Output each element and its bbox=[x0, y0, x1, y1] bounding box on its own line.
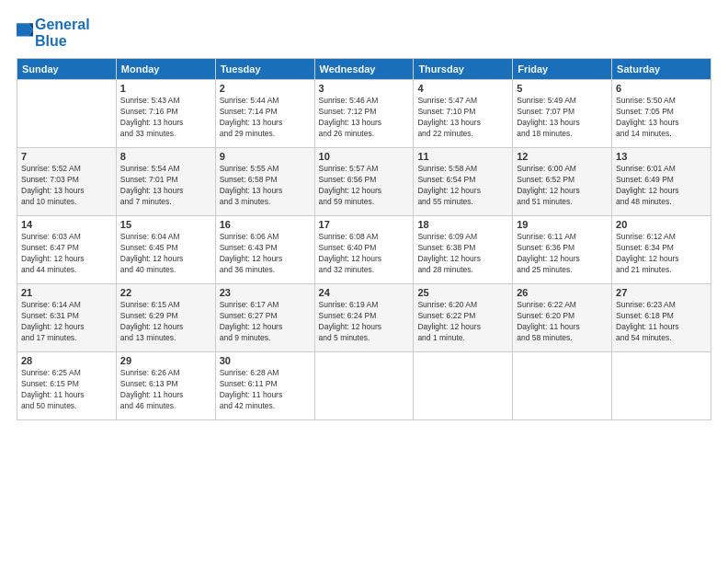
calendar-cell: 12Sunrise: 6:00 AM Sunset: 6:52 PM Dayli… bbox=[513, 148, 612, 216]
calendar-cell: 14Sunrise: 6:03 AM Sunset: 6:47 PM Dayli… bbox=[17, 216, 117, 284]
col-sunday: Sunday bbox=[17, 59, 117, 80]
day-info: Sunrise: 6:06 AM Sunset: 6:43 PM Dayligh… bbox=[220, 232, 311, 276]
day-number: 12 bbox=[517, 151, 608, 162]
calendar-cell: 13Sunrise: 6:01 AM Sunset: 6:49 PM Dayli… bbox=[612, 148, 711, 216]
logo-icon bbox=[17, 23, 33, 43]
col-tuesday: Tuesday bbox=[215, 59, 314, 80]
header: General Blue bbox=[17, 17, 711, 49]
calendar-week-2: 7Sunrise: 5:52 AM Sunset: 7:03 PM Daylig… bbox=[17, 148, 711, 216]
day-info: Sunrise: 6:25 AM Sunset: 6:15 PM Dayligh… bbox=[21, 368, 112, 412]
calendar-cell: 19Sunrise: 6:11 AM Sunset: 6:36 PM Dayli… bbox=[513, 216, 612, 284]
day-number: 21 bbox=[21, 287, 112, 298]
day-info: Sunrise: 6:23 AM Sunset: 6:18 PM Dayligh… bbox=[616, 300, 707, 344]
calendar-cell: 28Sunrise: 6:25 AM Sunset: 6:15 PM Dayli… bbox=[17, 352, 117, 420]
day-number: 29 bbox=[120, 355, 211, 366]
calendar-cell: 8Sunrise: 5:54 AM Sunset: 7:01 PM Daylig… bbox=[116, 148, 215, 216]
calendar-cell: 23Sunrise: 6:17 AM Sunset: 6:27 PM Dayli… bbox=[215, 284, 314, 352]
calendar-header-row: Sunday Monday Tuesday Wednesday Thursday… bbox=[17, 59, 711, 80]
day-number: 27 bbox=[616, 287, 707, 298]
calendar-cell: 30Sunrise: 6:28 AM Sunset: 6:11 PM Dayli… bbox=[215, 352, 314, 420]
calendar-cell: 9Sunrise: 5:55 AM Sunset: 6:58 PM Daylig… bbox=[215, 148, 314, 216]
day-info: Sunrise: 6:15 AM Sunset: 6:29 PM Dayligh… bbox=[120, 300, 211, 344]
day-number: 16 bbox=[220, 219, 311, 230]
calendar-cell: 26Sunrise: 6:22 AM Sunset: 6:20 PM Dayli… bbox=[513, 284, 612, 352]
calendar-cell bbox=[612, 352, 711, 420]
day-number: 19 bbox=[517, 219, 608, 230]
day-number: 26 bbox=[517, 287, 608, 298]
calendar-cell: 6Sunrise: 5:50 AM Sunset: 7:05 PM Daylig… bbox=[612, 80, 711, 148]
day-number: 23 bbox=[220, 287, 311, 298]
day-info: Sunrise: 6:28 AM Sunset: 6:11 PM Dayligh… bbox=[220, 368, 311, 412]
calendar-cell: 16Sunrise: 6:06 AM Sunset: 6:43 PM Dayli… bbox=[215, 216, 314, 284]
day-info: Sunrise: 6:19 AM Sunset: 6:24 PM Dayligh… bbox=[319, 300, 410, 344]
logo-text: General Blue bbox=[35, 17, 90, 49]
col-saturday: Saturday bbox=[612, 59, 711, 80]
day-number: 20 bbox=[616, 219, 707, 230]
calendar-cell: 11Sunrise: 5:58 AM Sunset: 6:54 PM Dayli… bbox=[414, 148, 513, 216]
day-info: Sunrise: 6:17 AM Sunset: 6:27 PM Dayligh… bbox=[220, 300, 311, 344]
calendar-cell: 7Sunrise: 5:52 AM Sunset: 7:03 PM Daylig… bbox=[17, 148, 117, 216]
calendar-cell bbox=[414, 352, 513, 420]
day-number: 18 bbox=[417, 219, 508, 230]
day-info: Sunrise: 5:55 AM Sunset: 6:58 PM Dayligh… bbox=[220, 164, 311, 208]
day-number: 10 bbox=[319, 151, 410, 162]
day-number: 4 bbox=[417, 83, 508, 94]
day-info: Sunrise: 6:22 AM Sunset: 6:20 PM Dayligh… bbox=[517, 300, 608, 344]
day-number: 28 bbox=[21, 355, 112, 366]
calendar-cell: 3Sunrise: 5:46 AM Sunset: 7:12 PM Daylig… bbox=[314, 80, 414, 148]
day-info: Sunrise: 5:54 AM Sunset: 7:01 PM Dayligh… bbox=[120, 164, 211, 208]
day-number: 30 bbox=[220, 355, 311, 366]
day-number: 17 bbox=[319, 219, 410, 230]
day-number: 13 bbox=[616, 151, 707, 162]
calendar-cell: 10Sunrise: 5:57 AM Sunset: 6:56 PM Dayli… bbox=[314, 148, 414, 216]
day-info: Sunrise: 6:09 AM Sunset: 6:38 PM Dayligh… bbox=[417, 232, 508, 276]
calendar-cell: 18Sunrise: 6:09 AM Sunset: 6:38 PM Dayli… bbox=[414, 216, 513, 284]
day-info: Sunrise: 6:26 AM Sunset: 6:13 PM Dayligh… bbox=[120, 368, 211, 412]
day-number: 15 bbox=[120, 219, 211, 230]
day-info: Sunrise: 6:11 AM Sunset: 6:36 PM Dayligh… bbox=[517, 232, 608, 276]
calendar-cell: 5Sunrise: 5:49 AM Sunset: 7:07 PM Daylig… bbox=[513, 80, 612, 148]
calendar-cell: 25Sunrise: 6:20 AM Sunset: 6:22 PM Dayli… bbox=[414, 284, 513, 352]
day-info: Sunrise: 5:57 AM Sunset: 6:56 PM Dayligh… bbox=[319, 164, 410, 208]
day-info: Sunrise: 6:03 AM Sunset: 6:47 PM Dayligh… bbox=[21, 232, 112, 276]
col-monday: Monday bbox=[116, 59, 215, 80]
calendar-cell bbox=[513, 352, 612, 420]
calendar-cell: 24Sunrise: 6:19 AM Sunset: 6:24 PM Dayli… bbox=[314, 284, 414, 352]
calendar-cell: 2Sunrise: 5:44 AM Sunset: 7:14 PM Daylig… bbox=[215, 80, 314, 148]
day-info: Sunrise: 5:58 AM Sunset: 6:54 PM Dayligh… bbox=[417, 164, 508, 208]
day-info: Sunrise: 6:08 AM Sunset: 6:40 PM Dayligh… bbox=[319, 232, 410, 276]
calendar-cell: 15Sunrise: 6:04 AM Sunset: 6:45 PM Dayli… bbox=[116, 216, 215, 284]
day-number: 22 bbox=[120, 287, 211, 298]
day-info: Sunrise: 5:50 AM Sunset: 7:05 PM Dayligh… bbox=[616, 96, 707, 140]
day-info: Sunrise: 6:20 AM Sunset: 6:22 PM Dayligh… bbox=[417, 300, 508, 344]
day-info: Sunrise: 5:44 AM Sunset: 7:14 PM Dayligh… bbox=[220, 96, 311, 140]
day-number: 14 bbox=[21, 219, 112, 230]
day-info: Sunrise: 6:01 AM Sunset: 6:49 PM Dayligh… bbox=[616, 164, 707, 208]
day-number: 8 bbox=[120, 151, 211, 162]
calendar-cell: 1Sunrise: 5:43 AM Sunset: 7:16 PM Daylig… bbox=[116, 80, 215, 148]
day-number: 9 bbox=[220, 151, 311, 162]
day-number: 5 bbox=[517, 83, 608, 94]
day-info: Sunrise: 5:46 AM Sunset: 7:12 PM Dayligh… bbox=[319, 96, 410, 140]
day-number: 6 bbox=[616, 83, 707, 94]
day-info: Sunrise: 5:52 AM Sunset: 7:03 PM Dayligh… bbox=[21, 164, 112, 208]
calendar-cell bbox=[17, 80, 117, 148]
day-number: 3 bbox=[319, 83, 410, 94]
calendar-week-3: 14Sunrise: 6:03 AM Sunset: 6:47 PM Dayli… bbox=[17, 216, 711, 284]
col-thursday: Thursday bbox=[414, 59, 513, 80]
day-number: 11 bbox=[417, 151, 508, 162]
calendar-cell: 20Sunrise: 6:12 AM Sunset: 6:34 PM Dayli… bbox=[612, 216, 711, 284]
calendar-cell: 22Sunrise: 6:15 AM Sunset: 6:29 PM Dayli… bbox=[116, 284, 215, 352]
day-info: Sunrise: 6:12 AM Sunset: 6:34 PM Dayligh… bbox=[616, 232, 707, 276]
day-info: Sunrise: 5:43 AM Sunset: 7:16 PM Dayligh… bbox=[120, 96, 211, 140]
logo: General Blue bbox=[17, 17, 90, 49]
day-number: 7 bbox=[21, 151, 112, 162]
calendar-cell: 29Sunrise: 6:26 AM Sunset: 6:13 PM Dayli… bbox=[116, 352, 215, 420]
day-number: 1 bbox=[120, 83, 211, 94]
calendar-week-4: 21Sunrise: 6:14 AM Sunset: 6:31 PM Dayli… bbox=[17, 284, 711, 352]
calendar-cell: 17Sunrise: 6:08 AM Sunset: 6:40 PM Dayli… bbox=[314, 216, 414, 284]
calendar-week-5: 28Sunrise: 6:25 AM Sunset: 6:15 PM Dayli… bbox=[17, 352, 711, 420]
col-wednesday: Wednesday bbox=[314, 59, 414, 80]
day-info: Sunrise: 6:04 AM Sunset: 6:45 PM Dayligh… bbox=[120, 232, 211, 276]
col-friday: Friday bbox=[513, 59, 612, 80]
